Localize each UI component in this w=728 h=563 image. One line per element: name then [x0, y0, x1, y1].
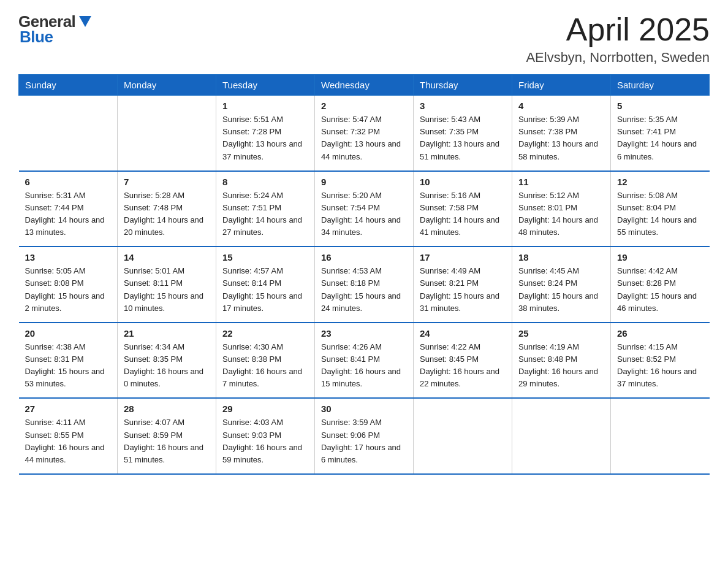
calendar-cell: 9Sunrise: 5:20 AM Sunset: 7:54 PM Daylig…	[315, 171, 414, 247]
day-number: 1	[222, 101, 308, 111]
day-number: 2	[321, 101, 407, 111]
calendar-cell: 11Sunrise: 5:12 AM Sunset: 8:01 PM Dayli…	[512, 171, 611, 247]
calendar-cell: 12Sunrise: 5:08 AM Sunset: 8:04 PM Dayli…	[611, 171, 710, 247]
day-info: Sunrise: 5:28 AM Sunset: 7:48 PM Dayligh…	[124, 190, 210, 239]
day-info: Sunrise: 5:24 AM Sunset: 7:51 PM Dayligh…	[222, 190, 308, 239]
day-info: Sunrise: 5:08 AM Sunset: 8:04 PM Dayligh…	[617, 190, 703, 239]
calendar-cell: 14Sunrise: 5:01 AM Sunset: 8:11 PM Dayli…	[118, 247, 216, 323]
svg-marker-0	[79, 16, 91, 27]
calendar-table: SundayMondayTuesdayWednesdayThursdayFrid…	[18, 74, 710, 475]
day-info: Sunrise: 5:31 AM Sunset: 7:44 PM Dayligh…	[25, 190, 112, 239]
calendar-weekday: Monday	[118, 75, 216, 96]
calendar-cell: 25Sunrise: 4:19 AM Sunset: 8:48 PM Dayli…	[512, 323, 611, 399]
day-info: Sunrise: 5:05 AM Sunset: 8:08 PM Dayligh…	[25, 265, 112, 315]
day-info: Sunrise: 4:22 AM Sunset: 8:45 PM Dayligh…	[420, 341, 506, 391]
day-number: 14	[124, 252, 210, 262]
day-number: 16	[321, 252, 407, 262]
calendar-weekday: Sunday	[19, 75, 118, 96]
day-info: Sunrise: 4:34 AM Sunset: 8:35 PM Dayligh…	[124, 341, 210, 391]
calendar-cell: 22Sunrise: 4:30 AM Sunset: 8:38 PM Dayli…	[216, 323, 315, 399]
day-info: Sunrise: 4:03 AM Sunset: 9:03 PM Dayligh…	[222, 416, 308, 466]
day-info: Sunrise: 4:30 AM Sunset: 8:38 PM Dayligh…	[222, 341, 308, 391]
title-block: April 2025 AElvsbyn, Norrbotten, Sweden	[526, 12, 710, 66]
calendar-cell: 28Sunrise: 4:07 AM Sunset: 8:59 PM Dayli…	[118, 398, 216, 474]
day-info: Sunrise: 4:38 AM Sunset: 8:31 PM Dayligh…	[25, 341, 112, 391]
day-info: Sunrise: 4:57 AM Sunset: 8:14 PM Dayligh…	[222, 265, 308, 315]
calendar-header: SundayMondayTuesdayWednesdayThursdayFrid…	[19, 75, 710, 96]
calendar-cell: 6Sunrise: 5:31 AM Sunset: 7:44 PM Daylig…	[19, 171, 118, 247]
day-info: Sunrise: 4:49 AM Sunset: 8:21 PM Dayligh…	[420, 265, 506, 315]
day-info: Sunrise: 3:59 AM Sunset: 9:06 PM Dayligh…	[321, 416, 407, 466]
day-info: Sunrise: 4:11 AM Sunset: 8:55 PM Dayligh…	[25, 416, 112, 466]
calendar-cell: 8Sunrise: 5:24 AM Sunset: 7:51 PM Daylig…	[216, 171, 315, 247]
logo: General Blue	[18, 12, 94, 47]
calendar-cell: 30Sunrise: 3:59 AM Sunset: 9:06 PM Dayli…	[315, 398, 414, 474]
calendar-cell: 18Sunrise: 4:45 AM Sunset: 8:24 PM Dayli…	[512, 247, 611, 323]
day-number: 6	[25, 177, 112, 187]
day-number: 21	[124, 328, 210, 339]
day-number: 26	[617, 328, 703, 339]
day-number: 28	[124, 404, 210, 414]
day-info: Sunrise: 4:19 AM Sunset: 8:48 PM Dayligh…	[518, 341, 604, 391]
calendar-weekday: Friday	[512, 75, 611, 96]
day-info: Sunrise: 5:16 AM Sunset: 7:58 PM Dayligh…	[420, 190, 506, 239]
calendar-header-row: SundayMondayTuesdayWednesdayThursdayFrid…	[19, 75, 710, 96]
calendar-weekday: Saturday	[611, 75, 710, 96]
day-number: 24	[420, 328, 506, 339]
page-header: General Blue April 2025 AElvsbyn, Norrbo…	[18, 12, 710, 66]
day-number: 27	[25, 404, 112, 414]
calendar-cell: 7Sunrise: 5:28 AM Sunset: 7:48 PM Daylig…	[118, 171, 216, 247]
day-info: Sunrise: 4:15 AM Sunset: 8:52 PM Dayligh…	[617, 341, 703, 391]
calendar-row: 27Sunrise: 4:11 AM Sunset: 8:55 PM Dayli…	[19, 398, 710, 474]
day-number: 13	[25, 252, 112, 262]
day-info: Sunrise: 4:45 AM Sunset: 8:24 PM Dayligh…	[518, 265, 604, 315]
calendar-cell	[414, 398, 512, 474]
day-number: 8	[222, 177, 308, 187]
calendar-cell: 29Sunrise: 4:03 AM Sunset: 9:03 PM Dayli…	[216, 398, 315, 474]
day-number: 25	[518, 328, 604, 339]
day-number: 18	[518, 252, 604, 262]
calendar-cell: 2Sunrise: 5:47 AM Sunset: 7:32 PM Daylig…	[315, 96, 414, 171]
day-number: 15	[222, 252, 308, 262]
day-number: 12	[617, 177, 703, 187]
calendar-row: 20Sunrise: 4:38 AM Sunset: 8:31 PM Dayli…	[19, 323, 710, 399]
day-number: 30	[321, 404, 407, 414]
day-number: 11	[518, 177, 604, 187]
calendar-cell	[19, 96, 118, 171]
day-number: 20	[25, 328, 112, 339]
day-info: Sunrise: 5:12 AM Sunset: 8:01 PM Dayligh…	[518, 190, 604, 239]
day-number: 3	[420, 101, 506, 111]
calendar-weekday: Tuesday	[216, 75, 315, 96]
calendar-cell: 1Sunrise: 5:51 AM Sunset: 7:28 PM Daylig…	[216, 96, 315, 171]
calendar-cell	[611, 398, 710, 474]
calendar-cell: 10Sunrise: 5:16 AM Sunset: 7:58 PM Dayli…	[414, 171, 512, 247]
calendar-row: 13Sunrise: 5:05 AM Sunset: 8:08 PM Dayli…	[19, 247, 710, 323]
logo-blue-text: Blue	[20, 28, 53, 47]
page-subtitle: AElvsbyn, Norrbotten, Sweden	[526, 50, 710, 66]
day-info: Sunrise: 4:26 AM Sunset: 8:41 PM Dayligh…	[321, 341, 407, 391]
day-number: 4	[518, 101, 604, 111]
calendar-cell: 26Sunrise: 4:15 AM Sunset: 8:52 PM Dayli…	[611, 323, 710, 399]
calendar-cell: 20Sunrise: 4:38 AM Sunset: 8:31 PM Dayli…	[19, 323, 118, 399]
day-number: 23	[321, 328, 407, 339]
calendar-cell: 4Sunrise: 5:39 AM Sunset: 7:38 PM Daylig…	[512, 96, 611, 171]
day-info: Sunrise: 5:51 AM Sunset: 7:28 PM Dayligh…	[222, 113, 308, 163]
day-number: 5	[617, 101, 703, 111]
day-number: 17	[420, 252, 506, 262]
calendar-body: 1Sunrise: 5:51 AM Sunset: 7:28 PM Daylig…	[19, 96, 710, 474]
logo-icon	[77, 13, 94, 31]
day-info: Sunrise: 5:01 AM Sunset: 8:11 PM Dayligh…	[124, 265, 210, 315]
calendar-weekday: Thursday	[414, 75, 512, 96]
day-number: 29	[222, 404, 308, 414]
day-info: Sunrise: 5:47 AM Sunset: 7:32 PM Dayligh…	[321, 113, 407, 163]
calendar-cell: 13Sunrise: 5:05 AM Sunset: 8:08 PM Dayli…	[19, 247, 118, 323]
calendar-row: 1Sunrise: 5:51 AM Sunset: 7:28 PM Daylig…	[19, 96, 710, 171]
page-title: April 2025	[526, 12, 710, 47]
calendar-cell: 5Sunrise: 5:35 AM Sunset: 7:41 PM Daylig…	[611, 96, 710, 171]
day-info: Sunrise: 4:42 AM Sunset: 8:28 PM Dayligh…	[617, 265, 703, 315]
calendar-cell: 19Sunrise: 4:42 AM Sunset: 8:28 PM Dayli…	[611, 247, 710, 323]
calendar-cell: 24Sunrise: 4:22 AM Sunset: 8:45 PM Dayli…	[414, 323, 512, 399]
day-number: 22	[222, 328, 308, 339]
calendar-weekday: Wednesday	[315, 75, 414, 96]
day-info: Sunrise: 5:43 AM Sunset: 7:35 PM Dayligh…	[420, 113, 506, 163]
